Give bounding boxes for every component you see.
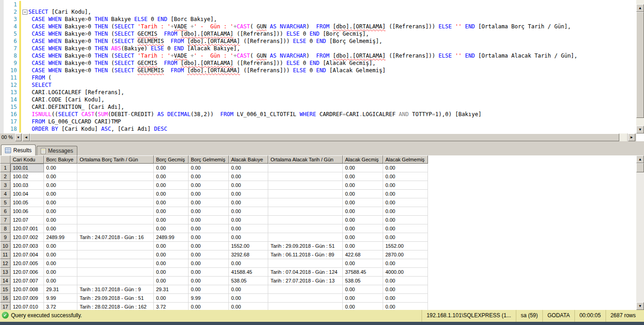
code-line[interactable]: CARI.DEFINITION_ [Cari Adı],: [22, 103, 635, 111]
grid-cell[interactable]: 1552.00: [383, 242, 428, 250]
grid-cell[interactable]: 0.00: [343, 198, 383, 207]
grid-cell[interactable]: 0.00: [44, 268, 77, 277]
zoom-dropdown-icon[interactable]: ▼: [15, 133, 22, 141]
grid-cell[interactable]: 100.06: [11, 207, 44, 216]
grid-cell[interactable]: 0.00: [44, 250, 77, 259]
grid-cell[interactable]: 0.00: [343, 285, 383, 294]
code-line[interactable]: CASE WHEN Bakıye>0 THEN (SELECT GECMIS F…: [22, 30, 635, 37]
grid-cell[interactable]: 0.00: [154, 277, 189, 285]
grid-cell[interactable]: 0.00: [189, 207, 229, 216]
code-line[interactable]: CASE WHEN Bakıye<0 THEN (SELECT GECMIS F…: [22, 59, 635, 67]
grid-cell[interactable]: 0.00: [154, 172, 189, 181]
grid-cell[interactable]: [268, 190, 343, 198]
grid-cell[interactable]: 0.00: [343, 303, 383, 310]
grid-cell[interactable]: [268, 259, 343, 268]
grid-column-header[interactable]: Borç Gecmiş: [154, 155, 189, 164]
grid-cell[interactable]: [77, 164, 154, 172]
grid-cell[interactable]: 0.00: [44, 277, 77, 285]
grid-cell[interactable]: [77, 224, 154, 233]
editor-zoom-control[interactable]: 00 %: [0, 133, 15, 141]
grid-row-number[interactable]: 16: [0, 294, 11, 303]
grid-cell[interactable]: 2489.99: [44, 233, 77, 242]
grid-cell[interactable]: 0.00: [383, 207, 428, 216]
grid-cell[interactable]: 0.00: [44, 242, 77, 250]
grid-row-number[interactable]: 12: [0, 259, 11, 268]
grid-cell[interactable]: 2870.00: [383, 250, 428, 259]
code-line[interactable]: ORDER BY [Cari Kodu] ASC, [Cari Adı] DES…: [22, 125, 635, 133]
grid-cell[interactable]: [77, 268, 154, 277]
grid-cell[interactable]: [268, 233, 343, 242]
grid-row-number[interactable]: 10: [0, 242, 11, 250]
grid-cell[interactable]: 0.00: [383, 285, 428, 294]
grid-cell[interactable]: [268, 294, 343, 303]
grid-cell[interactable]: Tarih : 29.09.2018 - Gün : 51: [268, 242, 343, 250]
grid-cell[interactable]: 0.00: [189, 216, 229, 224]
grid-cell[interactable]: 0.00: [343, 190, 383, 198]
grid-cell[interactable]: 0.00: [229, 164, 268, 172]
grid-cell[interactable]: 100.01: [11, 164, 44, 172]
grid-cell[interactable]: 0.00: [343, 207, 383, 216]
grid-cell[interactable]: [77, 172, 154, 181]
grid-cell[interactable]: 0.00: [154, 198, 189, 207]
grid-cell[interactable]: 0.00: [229, 207, 268, 216]
grid-row-number[interactable]: 17: [0, 303, 11, 310]
grid-cell[interactable]: [77, 259, 154, 268]
grid-column-header[interactable]: Alacak Gelmemiş: [383, 155, 428, 164]
grid-cell[interactable]: 0.00: [343, 181, 383, 190]
grid-cell[interactable]: 0.00: [154, 181, 189, 190]
grid-cell[interactable]: [77, 216, 154, 224]
grid-cell[interactable]: [268, 164, 343, 172]
grid-cell[interactable]: 120.07.002: [11, 233, 44, 242]
grid-cell[interactable]: 3292.68: [229, 250, 268, 259]
editor-vertical-scrollbar[interactable]: ▲ ▼: [636, 0, 644, 133]
grid-cell[interactable]: 9.99: [44, 294, 77, 303]
grid-cell[interactable]: 9.99: [189, 294, 229, 303]
grid-cell[interactable]: [77, 242, 154, 250]
code-line[interactable]: FROM LG_006_CLCARD CARI)TMP: [22, 118, 635, 125]
code-line[interactable]: SELECT [Cari Kodu],: [22, 8, 635, 16]
grid-row-number[interactable]: 13: [0, 268, 11, 277]
scroll-left-icon[interactable]: ◄: [22, 133, 30, 141]
grid-row-number[interactable]: 2: [0, 172, 11, 181]
grid-cell[interactable]: 0.00: [189, 250, 229, 259]
grid-cell[interactable]: Tarih : 28.02.2018 - Gün : 162: [77, 303, 154, 310]
grid-cell[interactable]: 0.00: [189, 172, 229, 181]
grid-cell[interactable]: 0.00: [383, 224, 428, 233]
grid-cell[interactable]: 100.03: [11, 181, 44, 190]
grid-cell[interactable]: 0.00: [343, 164, 383, 172]
grid-cell[interactable]: 0.00: [229, 285, 268, 294]
grid-cell[interactable]: 0.00: [343, 172, 383, 181]
code-line[interactable]: CASE WHEN Bakıye>0 THEN (SELECT 'Tarih :…: [22, 23, 635, 30]
grid-cell[interactable]: 1552.00: [229, 242, 268, 250]
grid-cell[interactable]: Tarih : 31.07.2018 - Gün : 9: [77, 285, 154, 294]
grid-row-number[interactable]: 6: [0, 207, 11, 216]
grid-cell[interactable]: 0.00: [383, 172, 428, 181]
grid-cell[interactable]: 0.00: [44, 216, 77, 224]
grid-row-number[interactable]: 3: [0, 181, 11, 190]
grid-cell[interactable]: [77, 250, 154, 259]
grid-cell[interactable]: Tarih : 07.04.2018 - Gün : 124: [268, 268, 343, 277]
grid-cell[interactable]: 0.00: [154, 259, 189, 268]
grid-cell[interactable]: 0.00: [189, 268, 229, 277]
grid-column-header[interactable]: Borç Gelmemiş: [189, 155, 229, 164]
grid-cell[interactable]: 0.00: [189, 242, 229, 250]
code-line[interactable]: CARI.LOGICALREF [Refrerans],: [22, 89, 635, 96]
grid-cell[interactable]: 0.00: [44, 207, 77, 216]
results-vscroll-thumb[interactable]: [636, 163, 644, 172]
code-line[interactable]: CASE WHEN Bakıye<0 THEN (SELECT 'Tarih :…: [22, 52, 635, 59]
code-line[interactable]: CASE WHEN Bakıye>0 THEN (SELECT GELMEMIS…: [22, 37, 635, 45]
grid-cell[interactable]: 0.00: [343, 216, 383, 224]
sql-code[interactable]: SELECT [Cari Kodu], CASE WHEN Bakıye>0 T…: [22, 1, 635, 133]
grid-row-number[interactable]: 9: [0, 233, 11, 242]
grid-row-number[interactable]: 14: [0, 277, 11, 285]
grid-cell[interactable]: 0.00: [44, 259, 77, 268]
grid-cell[interactable]: 0.00: [229, 233, 268, 242]
grid-cell[interactable]: 0.00: [44, 172, 77, 181]
editor-hscroll-track[interactable]: [30, 133, 627, 141]
grid-cell[interactable]: 0.00: [343, 224, 383, 233]
grid-cell[interactable]: 120.07.003: [11, 242, 44, 250]
grid-cell[interactable]: 538.05: [343, 277, 383, 285]
grid-cell[interactable]: 41588.45: [229, 268, 268, 277]
grid-cell[interactable]: 0.00: [154, 224, 189, 233]
code-line[interactable]: ISNULL((SELECT CAST(SUM(DEBIT-CREDIT) AS…: [22, 111, 635, 118]
